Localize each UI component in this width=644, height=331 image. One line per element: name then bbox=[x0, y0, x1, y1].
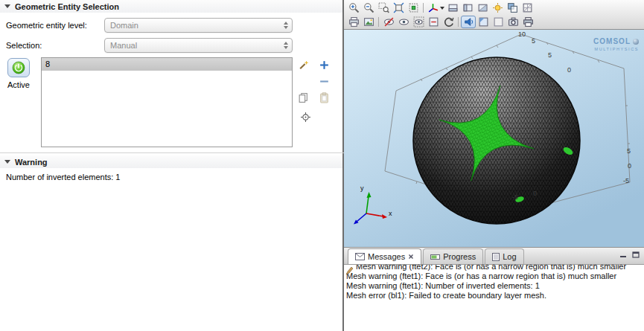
tab-messages[interactable]: Messages bbox=[348, 248, 421, 264]
zoom-extents-icon bbox=[393, 2, 404, 13]
messages-tabbar: Messages Progress bbox=[344, 247, 644, 265]
dropdown-arrow-icon bbox=[440, 7, 444, 10]
entity-level-value: Domain bbox=[110, 21, 138, 30]
collapse-icon bbox=[4, 160, 10, 164]
combo-stepper-icon bbox=[284, 42, 288, 49]
zoom-to-selection-button[interactable] bbox=[298, 109, 313, 124]
messages-panel: Messages Progress bbox=[344, 247, 644, 331]
zoom-out-icon bbox=[363, 2, 374, 13]
axis-tick-label: 0 bbox=[628, 162, 631, 170]
show-selected-button[interactable] bbox=[396, 16, 411, 28]
reset-box-icon bbox=[428, 16, 439, 28]
graphics-toolbar-row-2 bbox=[346, 15, 642, 29]
close-icon[interactable] bbox=[408, 254, 414, 260]
copy-icon bbox=[298, 92, 309, 103]
zoom-box-icon bbox=[378, 2, 389, 13]
go-to-xy-view-button[interactable] bbox=[445, 1, 460, 14]
warning-text: Number of inverted elements: 1 bbox=[6, 173, 120, 181]
axis-tick-label: -5 bbox=[623, 177, 629, 184]
scene-light-button[interactable] bbox=[490, 1, 505, 14]
combo-stepper-icon bbox=[284, 22, 288, 29]
transparency-button[interactable] bbox=[505, 1, 520, 14]
select-box-button[interactable] bbox=[476, 16, 491, 28]
selection-list-item[interactable]: 8 bbox=[42, 58, 292, 71]
section-header-warning[interactable]: Warning bbox=[0, 155, 342, 168]
zoom-box-button[interactable] bbox=[376, 1, 391, 14]
entity-level-select[interactable]: Domain bbox=[104, 18, 293, 33]
xy-view-icon bbox=[447, 2, 459, 13]
comsol-window: Geometric Entity Selection Geometric ent… bbox=[0, 0, 644, 331]
hide-selected-button[interactable] bbox=[381, 16, 396, 28]
zoom-in-icon bbox=[348, 2, 360, 13]
axis-tick-label: -5 bbox=[512, 193, 518, 201]
selection-listbox[interactable]: 8 bbox=[41, 57, 293, 147]
zoom-to-selection-button[interactable] bbox=[406, 1, 421, 14]
minimize-view-icon[interactable] bbox=[619, 251, 627, 258]
show-all-button[interactable] bbox=[411, 16, 426, 28]
axis-tick-label: 0 bbox=[567, 66, 571, 74]
paste-selection-button[interactable] bbox=[316, 90, 331, 105]
envelope-icon bbox=[355, 253, 365, 260]
zoom-out-button[interactable] bbox=[361, 1, 376, 14]
toolbar-separator bbox=[423, 3, 424, 13]
copy-selection-button[interactable] bbox=[296, 90, 310, 105]
x-axis-label: x bbox=[389, 210, 392, 217]
add-to-selection-button[interactable] bbox=[316, 57, 331, 72]
go-to-zx-view-button[interactable] bbox=[475, 1, 490, 14]
print-button[interactable] bbox=[346, 16, 361, 28]
deselect-box-button[interactable] bbox=[491, 16, 506, 28]
section-divider bbox=[0, 152, 344, 153]
tab-progress[interactable]: Progress bbox=[423, 248, 483, 264]
wireframe-button[interactable] bbox=[520, 1, 535, 14]
image-icon bbox=[363, 16, 374, 28]
camera-button[interactable] bbox=[506, 16, 520, 28]
graphics-toolbar bbox=[344, 0, 644, 30]
image-snapshot-button[interactable] bbox=[361, 16, 376, 28]
tab-label: Messages bbox=[368, 252, 405, 261]
print-report-button[interactable] bbox=[520, 16, 535, 28]
default-view-icon bbox=[427, 2, 439, 13]
brand-name: COMSOL bbox=[593, 38, 631, 45]
camera-icon bbox=[508, 16, 519, 28]
zx-view-icon bbox=[477, 2, 488, 13]
maximize-view-icon[interactable] bbox=[632, 251, 640, 258]
selection-select[interactable]: Manual bbox=[104, 38, 293, 53]
section-header-geometric-entity-selection[interactable]: Geometric Entity Selection bbox=[0, 0, 342, 13]
zoom-extents-button[interactable] bbox=[391, 1, 406, 14]
tab-log[interactable]: Log bbox=[485, 248, 523, 264]
warning-section-title: Warning bbox=[15, 158, 48, 167]
scene-light-icon bbox=[492, 2, 503, 13]
transparency-icon bbox=[507, 2, 518, 13]
refresh-button[interactable] bbox=[441, 16, 456, 28]
log-page-icon bbox=[492, 253, 500, 261]
printer-icon bbox=[348, 16, 360, 28]
sound-toggle-button[interactable] bbox=[461, 16, 476, 28]
create-selection-button[interactable] bbox=[296, 57, 310, 72]
y-axis-label: y bbox=[360, 184, 364, 192]
active-toggle-button[interactable] bbox=[7, 58, 30, 77]
refresh-icon bbox=[443, 16, 454, 28]
printer-icon bbox=[523, 16, 534, 28]
axis-tick-label: 0 bbox=[533, 190, 537, 197]
zoom-in-button[interactable] bbox=[346, 1, 361, 14]
wireframe-icon bbox=[522, 2, 533, 13]
remove-from-selection-button[interactable] bbox=[316, 74, 331, 89]
message-line: Mesh error (bl1): Failed to create bound… bbox=[346, 291, 644, 301]
plus-icon bbox=[319, 60, 330, 71]
magic-wand-icon bbox=[298, 60, 309, 71]
settings-panel: Geometric Entity Selection Geometric ent… bbox=[0, 0, 344, 331]
selection-value: Manual bbox=[110, 41, 137, 50]
view-window-buttons bbox=[619, 251, 640, 258]
comsol-logo: COMSOL MULTIPHYSICS bbox=[593, 38, 639, 53]
messages-content[interactable]: Mesh warning (ftet2): Face is (or has a … bbox=[344, 265, 644, 330]
clear-messages-icon[interactable] bbox=[345, 265, 354, 278]
select-box-icon bbox=[478, 16, 489, 28]
yz-view-icon bbox=[462, 2, 474, 13]
go-to-default-view-button[interactable] bbox=[426, 1, 445, 14]
reset-hiding-button[interactable] bbox=[426, 16, 441, 28]
graphics-view[interactable]: 10 5 5 0 5 0 -5 -5 0 x y COMSOL MULTIPHY… bbox=[344, 30, 644, 247]
toolbar-separator bbox=[458, 17, 459, 27]
crosshair-icon bbox=[300, 112, 311, 123]
go-to-yz-view-button[interactable] bbox=[460, 1, 475, 14]
speaker-icon bbox=[463, 16, 474, 28]
